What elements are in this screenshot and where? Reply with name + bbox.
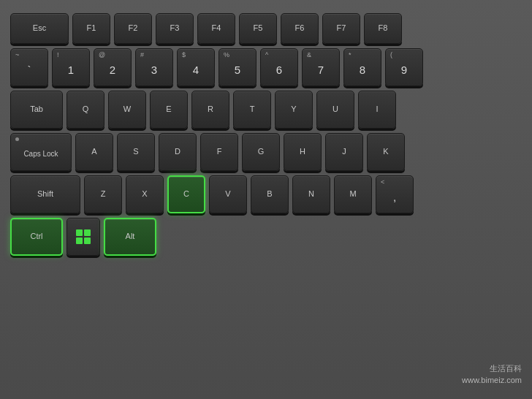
svg-rect-0 xyxy=(76,229,83,236)
key-t[interactable]: T xyxy=(233,91,271,129)
key-2[interactable]: @ 2 xyxy=(94,48,132,86)
number-row: ~ ` ! 1 @ 2 # 3 $ 4 % 5 ^ 6 & 7 xyxy=(10,48,522,86)
key-1[interactable]: ! 1 xyxy=(52,48,90,86)
key-e[interactable]: E xyxy=(150,91,188,129)
svg-rect-1 xyxy=(84,229,91,236)
watermark-line1: 生活百科 xyxy=(462,363,522,374)
caps-lock-indicator xyxy=(15,137,19,141)
key-9[interactable]: ( 9 xyxy=(385,48,423,86)
key-a[interactable]: A xyxy=(75,133,113,171)
key-comma[interactable]: < , xyxy=(376,175,414,213)
zxcv-row: Shift Z X C V B N M < , xyxy=(10,175,522,213)
svg-rect-2 xyxy=(76,238,83,244)
key-j[interactable]: J xyxy=(325,133,363,171)
key-i[interactable]: I xyxy=(358,91,396,129)
key-3[interactable]: # 3 xyxy=(135,48,173,86)
key-7[interactable]: & 7 xyxy=(302,48,340,86)
key-r[interactable]: R xyxy=(191,91,229,129)
watermark: 生活百科 www.bimeiz.com xyxy=(462,363,522,386)
key-v[interactable]: V xyxy=(209,175,247,213)
key-8[interactable]: * 8 xyxy=(343,48,381,86)
key-f4[interactable]: F4 xyxy=(197,13,235,44)
key-z[interactable]: Z xyxy=(84,175,122,213)
key-h[interactable]: H xyxy=(284,133,322,171)
key-b[interactable]: B xyxy=(251,175,289,213)
function-row: Esc F1 F2 F3 F4 F5 F6 F7 F8 xyxy=(10,13,522,44)
key-f6[interactable]: F6 xyxy=(281,13,319,44)
key-6[interactable]: ^ 6 xyxy=(260,48,298,86)
key-5[interactable]: % 5 xyxy=(218,48,256,86)
key-f7[interactable]: F7 xyxy=(322,13,360,44)
key-m[interactable]: M xyxy=(334,175,372,213)
key-c[interactable]: C xyxy=(167,175,205,213)
key-n[interactable]: N xyxy=(292,175,330,213)
key-w[interactable]: W xyxy=(108,91,146,129)
key-tab[interactable]: Tab xyxy=(10,91,63,129)
key-tilde[interactable]: ~ ` xyxy=(10,48,48,86)
key-4[interactable]: $ 4 xyxy=(177,48,215,86)
key-k[interactable]: K xyxy=(367,133,405,171)
key-f8[interactable]: F8 xyxy=(364,13,402,44)
windows-icon xyxy=(75,229,91,245)
key-f2[interactable]: F2 xyxy=(114,13,152,44)
asdf-row: Caps Lock A S D F G H J K xyxy=(10,133,522,171)
qwerty-row: Tab Q W E R T Y U I xyxy=(10,91,522,129)
key-u[interactable]: U xyxy=(316,91,354,129)
key-g[interactable]: G xyxy=(242,133,280,171)
key-f[interactable]: F xyxy=(200,133,238,171)
key-x[interactable]: X xyxy=(126,175,164,213)
watermark-line2: www.bimeiz.com xyxy=(462,375,522,386)
key-q[interactable]: Q xyxy=(66,91,104,129)
key-esc[interactable]: Esc xyxy=(10,13,69,44)
svg-rect-3 xyxy=(84,238,91,244)
key-y[interactable]: Y xyxy=(275,91,313,129)
key-f5[interactable]: F5 xyxy=(239,13,277,44)
key-d[interactable]: D xyxy=(159,133,197,171)
key-f1[interactable]: F1 xyxy=(72,13,110,44)
key-capslock[interactable]: Caps Lock xyxy=(10,133,72,171)
bottom-row: Ctrl Alt xyxy=(10,218,522,256)
key-alt[interactable]: Alt xyxy=(104,218,156,256)
key-shift[interactable]: Shift xyxy=(10,175,80,213)
key-f3[interactable]: F3 xyxy=(156,13,194,44)
keyboard-container: Esc F1 F2 F3 F4 F5 F6 F7 F8 ~ ` ! 1 @ 2 … xyxy=(0,0,532,399)
key-s[interactable]: S xyxy=(117,133,155,171)
key-ctrl[interactable]: Ctrl xyxy=(10,218,63,256)
key-win[interactable] xyxy=(66,218,100,256)
